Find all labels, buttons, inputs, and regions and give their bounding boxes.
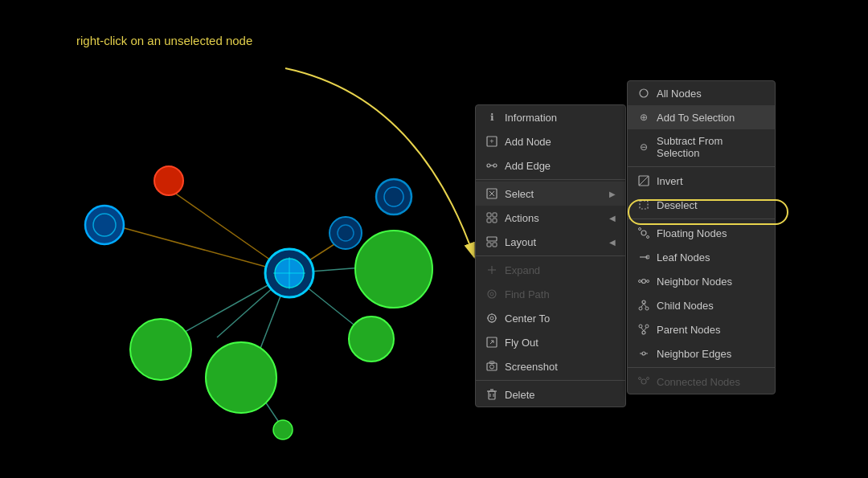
menu-item-layout[interactable]: Layout ◀ (476, 230, 625, 254)
svg-point-34 (640, 89, 648, 97)
select-submenu: All Nodes ⊕ Add To Selection ⊖ Subtract … (627, 80, 776, 394)
neighbor-edges-icon (637, 347, 650, 360)
submenu-label-child-nodes: Child Nodes (657, 300, 714, 312)
fly-out-icon (485, 336, 498, 349)
all-nodes-icon (637, 87, 650, 100)
menu-item-expand[interactable]: Expand (476, 258, 625, 282)
deselect-icon (637, 198, 650, 211)
svg-point-12 (330, 217, 362, 249)
layout-icon (485, 235, 498, 248)
svg-text:+: + (489, 137, 493, 145)
svg-point-24 (349, 317, 394, 362)
svg-point-10 (85, 206, 124, 244)
select-icon (485, 187, 498, 200)
svg-point-75 (488, 314, 496, 322)
svg-line-52 (644, 304, 646, 307)
submenu-item-parent-nodes[interactable]: Parent Nodes (628, 317, 775, 341)
submenu-divider-1 (628, 166, 775, 167)
svg-point-49 (639, 307, 642, 310)
svg-point-48 (642, 300, 645, 304)
svg-rect-37 (640, 201, 648, 209)
submenu-item-floating-nodes[interactable]: Floating Nodes (628, 221, 775, 245)
svg-point-29 (493, 164, 497, 167)
svg-point-22 (206, 342, 276, 413)
actions-icon (485, 211, 498, 224)
invert-icon (637, 174, 650, 187)
svg-line-57 (644, 328, 646, 331)
submenu-item-deselect[interactable]: Deselect (628, 193, 775, 217)
leaf-nodes-icon (637, 251, 650, 264)
menu-item-add-node[interactable]: + Add Node (476, 129, 625, 153)
menu-item-center-to[interactable]: Center To (476, 306, 625, 330)
svg-point-58 (642, 352, 645, 355)
svg-rect-64 (487, 213, 491, 217)
svg-point-39 (639, 228, 641, 231)
submenu-item-add-to-selection[interactable]: ⊕ Add To Selection (628, 105, 775, 129)
menu-item-information[interactable]: ℹ Information (476, 105, 625, 129)
submenu-label-all-nodes: All Nodes (657, 88, 702, 100)
connected-nodes-icon (637, 375, 650, 388)
submenu-label-invert: Invert (657, 175, 683, 187)
submenu-item-neighbor-nodes[interactable]: Neighbor Nodes (628, 269, 775, 293)
svg-point-84 (490, 365, 494, 369)
submenu-item-all-nodes[interactable]: All Nodes (628, 81, 775, 105)
submenu-label-subtract-from-selection: Subtract From Selection (657, 135, 765, 159)
menu-item-actions[interactable]: Actions ◀ (476, 206, 625, 230)
floating-nodes-icon (637, 227, 650, 239)
menu-label-select: Select (505, 188, 603, 200)
svg-line-36 (639, 176, 649, 186)
submenu-item-connected-nodes[interactable]: Connected Nodes (628, 370, 775, 394)
svg-point-21 (130, 319, 191, 380)
svg-rect-65 (493, 213, 497, 217)
svg-point-40 (647, 236, 649, 239)
screenshot-icon (485, 360, 498, 373)
submenu-label-leaf-nodes: Leaf Nodes (657, 251, 710, 264)
menu-label-center-to: Center To (505, 313, 616, 325)
svg-point-74 (490, 292, 493, 296)
submenu-item-invert[interactable]: Invert (628, 169, 775, 193)
add-edge-icon (485, 159, 498, 172)
layout-submenu-arrow: ◀ (609, 238, 616, 247)
find-path-icon (485, 288, 498, 300)
menu-item-select[interactable]: Select ▶ All Nodes ⊕ Add To Selection ⊖ … (476, 182, 625, 206)
add-to-selection-icon: ⊕ (637, 111, 650, 124)
parent-nodes-icon (637, 323, 650, 336)
svg-rect-86 (489, 391, 495, 399)
svg-point-62 (639, 378, 641, 380)
annotation-label: right-click on an unselected node (76, 34, 252, 47)
svg-rect-83 (487, 363, 497, 370)
submenu-label-deselect: Deselect (657, 199, 698, 211)
menu-label-add-node: Add Node (505, 136, 616, 148)
svg-line-51 (641, 304, 644, 307)
neighbor-nodes-icon (637, 275, 650, 288)
menu-item-find-path[interactable]: Find Path (476, 282, 625, 306)
menu-label-layout: Layout (505, 236, 603, 248)
svg-rect-85 (489, 362, 494, 364)
svg-point-44 (639, 280, 641, 283)
submenu-label-parent-nodes: Parent Nodes (657, 324, 721, 336)
menu-label-add-edge: Add Edge (505, 160, 616, 172)
submenu-item-child-nodes[interactable]: Child Nodes (628, 293, 775, 317)
delete-icon (485, 388, 498, 401)
submenu-label-neighbor-nodes: Neighbor Nodes (657, 276, 732, 288)
menu-item-delete[interactable]: Delete (476, 382, 625, 407)
svg-line-82 (490, 341, 493, 344)
menu-label-delete: Delete (505, 389, 616, 401)
submenu-label-connected-nodes: Connected Nodes (657, 376, 740, 388)
menu-item-fly-out[interactable]: Fly Out (476, 330, 625, 354)
submenu-item-subtract-from-selection[interactable]: ⊖ Subtract From Selection (628, 129, 775, 165)
svg-rect-66 (487, 219, 491, 223)
svg-point-45 (647, 280, 649, 283)
actions-submenu-arrow: ◀ (609, 214, 616, 223)
menu-label-expand: Expand (505, 264, 616, 276)
information-icon: ℹ (485, 111, 498, 124)
menu-label-information: Information (505, 112, 616, 124)
submenu-item-leaf-nodes[interactable]: Leaf Nodes (628, 245, 775, 269)
menu-item-add-edge[interactable]: Add Edge (476, 153, 625, 178)
submenu-item-neighbor-edges[interactable]: Neighbor Edges (628, 341, 775, 366)
svg-line-1 (113, 225, 289, 273)
menu-item-screenshot[interactable]: Screenshot (476, 354, 625, 378)
svg-point-50 (645, 307, 649, 310)
svg-point-76 (490, 317, 493, 320)
context-menu: ℹ Information + Add Node Add Edge Select… (475, 104, 626, 407)
